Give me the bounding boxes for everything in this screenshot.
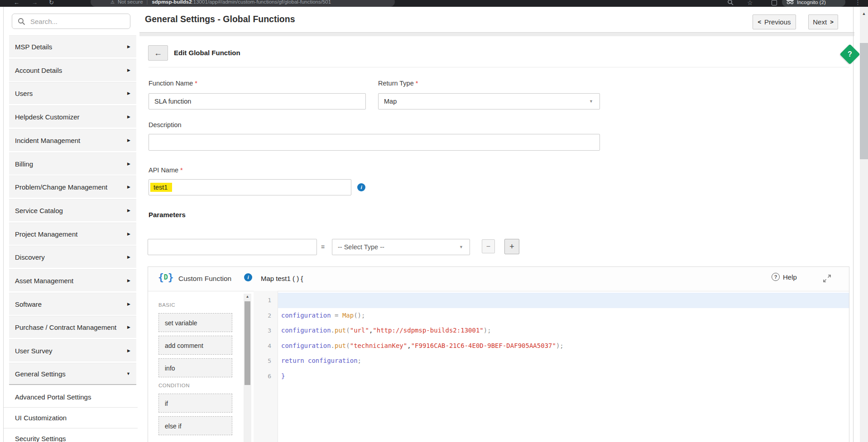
browser-forward-icon[interactable]: → (32, 0, 38, 7)
sidebar-item-software[interactable]: Software▶ (9, 293, 136, 315)
sidebar-item-label: Billing (15, 160, 33, 168)
code-line[interactable]: 4configuration.put("technicianKey","F991… (254, 338, 849, 354)
chevron-right-icon: ▶ (127, 138, 130, 143)
sidebar-item-msp-details[interactable]: MSP Details▶ (9, 35, 136, 57)
api-name-highlight: test1 (150, 183, 172, 192)
sidebar-item-label: Service Catalog (15, 207, 63, 214)
palette-block-info[interactable]: info (158, 358, 232, 377)
code-line[interactable]: 2configuration = Map(); (254, 308, 849, 323)
sidebar-item-label: Project Management (15, 230, 77, 238)
code-line[interactable]: 3configuration.put("url","http://sdpmsp-… (254, 323, 849, 338)
fullscreen-expand-icon[interactable] (822, 274, 832, 285)
editor-header: {D} Custom Function i Map test1 ( ) { ? … (148, 267, 849, 291)
palette-block-else-if[interactable]: else if (158, 416, 232, 435)
dropdown-caret-icon: ▼ (589, 99, 593, 104)
info-icon[interactable]: i (357, 183, 365, 191)
help-tag[interactable]: ? (839, 44, 860, 64)
help-icon: ? (772, 273, 780, 281)
page-action-title: Edit Global Function (174, 49, 240, 57)
sidebar-item-service-catalog[interactable]: Service Catalog▶ (9, 199, 136, 221)
palette-scrollbar[interactable]: ▲ (244, 294, 251, 442)
sidebar-item-user-survey[interactable]: User Survey▶ (9, 339, 136, 361)
code-editor[interactable]: 12configuration = Map();3configuration.p… (254, 293, 849, 384)
line-number: 2 (254, 308, 278, 323)
sidebar-item-label: Account Details (15, 67, 62, 74)
scroll-up-icon[interactable]: ▲ (244, 295, 251, 299)
help-button[interactable]: ? Help (772, 273, 797, 281)
description-input[interactable] (149, 134, 600, 151)
add-parameter-button[interactable]: + (504, 239, 519, 254)
bookmark-star-icon[interactable]: ☆ (747, 0, 753, 7)
chevron-right-icon: ▶ (127, 278, 130, 283)
back-button[interactable]: ← (148, 45, 168, 61)
remove-parameter-button[interactable]: − (482, 239, 495, 253)
parameter-type-select[interactable]: -- Select Type -- ▼ (332, 239, 470, 255)
sidebar-item-account-details[interactable]: Account Details▶ (9, 59, 136, 81)
sidebar-item-label: User Survey (15, 347, 53, 355)
sidebar-item-asset-management[interactable]: Asset Management▶ (9, 269, 136, 291)
back-arrow-icon: ← (154, 48, 162, 58)
sidebar-item-label: Users (15, 90, 33, 97)
sidebar-item-project-management[interactable]: Project Management▶ (9, 223, 136, 245)
parameter-name-input[interactable] (148, 239, 317, 255)
browser-menu-icon[interactable]: ⋮ (855, 0, 861, 7)
chevron-right-icon: ▶ (127, 302, 130, 306)
palette-block-add-comment[interactable]: add comment (158, 336, 232, 355)
sidebar-subitem-security-settings[interactable]: Security Settings (4, 428, 138, 442)
function-signature: Map test1 ( ) { (261, 275, 303, 282)
code-line[interactable]: 5return configuration; (254, 353, 849, 369)
dropdown-caret-icon: ▼ (459, 245, 463, 249)
sidebar-subitem-ui-customization[interactable]: UI Customization (4, 408, 138, 428)
next-button[interactable]: Next > (808, 14, 838, 29)
scrollbar-thumb[interactable] (245, 301, 250, 385)
chevron-right-icon: ▶ (127, 68, 130, 72)
code-text: } (278, 369, 849, 384)
admin-sidebar: MSP Details▶Account Details▶Users▶Helpde… (0, 7, 139, 442)
api-name-input[interactable]: test1 (149, 179, 351, 195)
sidebar-rail (3, 7, 4, 442)
code-line[interactable]: 6} (254, 369, 849, 384)
sidebar-item-general-settings[interactable]: General Settings▼ (9, 363, 136, 385)
sidebar-subitem-label: Security Settings (15, 435, 66, 442)
code-text: configuration = Map(); (278, 308, 849, 323)
sidebar-item-users[interactable]: Users▶ (9, 82, 136, 104)
browser-search-icon[interactable] (727, 0, 734, 7)
sidebar-subitem-advanced-portal-settings[interactable]: Advanced Portal Settings (4, 387, 138, 408)
sidebar-item-purchase-contract-management[interactable]: Purchase / Contract Management▶ (9, 316, 136, 338)
previous-button[interactable]: < Previous (753, 14, 796, 29)
chevron-right-icon: ▶ (127, 44, 130, 49)
browser-back-icon[interactable]: ← (14, 0, 19, 7)
palette-block-if[interactable]: if (158, 394, 232, 413)
sidebar-search-input[interactable] (29, 17, 122, 26)
sidebar-item-label: Asset Management (15, 277, 73, 285)
parameters-label: Parameters (149, 211, 186, 219)
palette-block-set-variable[interactable]: set variable (158, 313, 232, 332)
panel-info-icon[interactable]: i (244, 273, 252, 281)
code-line[interactable]: 1 (254, 293, 849, 308)
function-name-input[interactable] (149, 93, 366, 109)
main-scrollbar[interactable]: ▲ (860, 7, 868, 442)
scrollbar-thumb[interactable] (860, 43, 868, 159)
address-bar[interactable]: ⚠ Not secure | sdpmsp-builds2:13001/app#… (91, 0, 395, 7)
incognito-icon (786, 0, 794, 4)
sidebar-item-incident-management[interactable]: Incident Management▶ (9, 129, 136, 151)
line-number: 3 (254, 323, 278, 338)
return-type-value: Map (384, 98, 397, 105)
chevron-right-icon: ▶ (127, 208, 130, 213)
required-asterisk: * (180, 166, 183, 174)
block-palette: BASICset variableadd commentinfoCONDITIO… (158, 297, 232, 439)
sidebar-item-label: Discovery (15, 253, 45, 261)
required-asterisk: * (195, 80, 197, 87)
function-name-label: Function Name* (149, 80, 197, 87)
sidebar-item-problem-change-management[interactable]: Problem/Change Management▶ (9, 176, 136, 198)
scroll-up-icon[interactable]: ▲ (860, 11, 868, 16)
sidebar-item-discovery[interactable]: Discovery▶ (9, 246, 136, 268)
browser-reload-icon[interactable]: ↻ (49, 0, 54, 7)
sidebar-item-helpdesk-customizer[interactable]: Helpdesk Customizer▶ (9, 105, 136, 128)
sidebar-item-billing[interactable]: Billing▶ (9, 152, 136, 175)
browser-window-icon[interactable] (772, 0, 777, 5)
warning-icon: ⚠ (110, 0, 115, 5)
return-type-select[interactable]: Map ▼ (378, 93, 600, 109)
palette-section-title: BASIC (158, 302, 232, 308)
sidebar-item-label: Incident Management (15, 137, 80, 144)
